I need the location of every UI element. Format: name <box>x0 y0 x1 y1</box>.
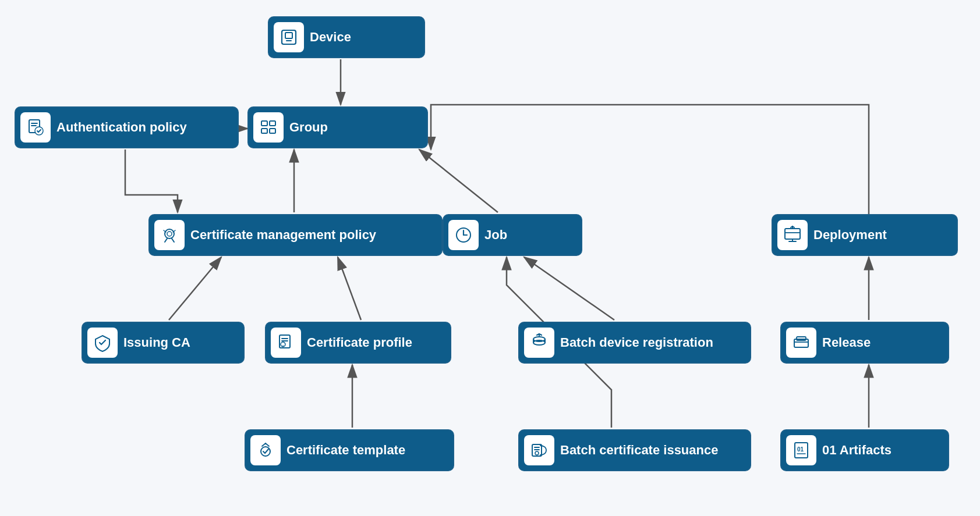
batch-cert-iss-icon <box>524 435 554 465</box>
artifacts-node: 01 01 Artifacts <box>780 429 949 471</box>
svg-point-41 <box>535 451 539 455</box>
deployment-node: Deployment <box>772 214 958 256</box>
auth-policy-node: Authentication policy <box>15 106 239 148</box>
svg-rect-13 <box>285 33 292 38</box>
svg-point-24 <box>167 232 172 236</box>
device-icon <box>274 22 304 52</box>
svg-rect-18 <box>270 129 275 133</box>
svg-point-23 <box>165 229 174 239</box>
cert-template-label: Certificate template <box>286 443 405 458</box>
batch-cert-iss-node: Batch certificate issuance <box>518 429 751 471</box>
issuing-ca-icon <box>87 328 118 358</box>
job-label: Job <box>484 227 507 243</box>
group-icon <box>253 112 284 143</box>
issuing-ca-node: Issuing CA <box>82 322 245 364</box>
release-icon <box>786 328 816 358</box>
job-icon <box>448 220 479 250</box>
deployment-label: Deployment <box>813 227 887 243</box>
cert-mgmt-icon <box>154 220 185 250</box>
diagram-container: Device Group Authentication policy <box>0 0 980 516</box>
cert-mgmt-node: Certificate management policy <box>148 214 443 256</box>
release-node: Release <box>780 322 949 364</box>
svg-line-8 <box>419 150 498 212</box>
release-label: Release <box>822 335 871 350</box>
batch-device-reg-icon <box>524 328 554 358</box>
issuing-ca-label: Issuing CA <box>123 335 190 350</box>
batch-device-reg-node: Batch device registration <box>518 322 751 364</box>
svg-rect-15 <box>261 121 267 126</box>
batch-cert-iss-label: Batch certificate issuance <box>560 443 718 458</box>
artifacts-label: 01 Artifacts <box>822 443 891 458</box>
svg-rect-17 <box>261 129 267 133</box>
device-label: Device <box>310 30 351 45</box>
svg-line-9 <box>524 257 614 320</box>
svg-rect-44 <box>785 229 800 239</box>
batch-device-reg-label: Batch device registration <box>560 335 713 350</box>
svg-line-6 <box>338 257 361 320</box>
group-node: Group <box>247 106 428 148</box>
device-node: Device <box>268 16 425 58</box>
svg-rect-16 <box>270 121 275 126</box>
cert-profile-node: Certificate profile <box>265 322 451 364</box>
svg-point-29 <box>261 447 270 456</box>
cert-template-node: Certificate template <box>245 429 454 471</box>
cert-profile-label: Certificate profile <box>307 335 412 350</box>
svg-text:01: 01 <box>797 446 804 453</box>
artifacts-icon: 01 <box>786 435 816 465</box>
svg-line-5 <box>169 257 221 320</box>
svg-rect-40 <box>532 444 542 456</box>
auth-policy-icon <box>20 112 51 143</box>
deployment-icon <box>777 220 808 250</box>
group-label: Group <box>289 120 328 135</box>
job-node: Job <box>443 214 582 256</box>
cert-profile-icon <box>271 328 301 358</box>
auth-policy-label: Authentication policy <box>56 120 187 135</box>
cert-template-icon <box>250 435 281 465</box>
cert-mgmt-label: Certificate management policy <box>190 227 376 243</box>
